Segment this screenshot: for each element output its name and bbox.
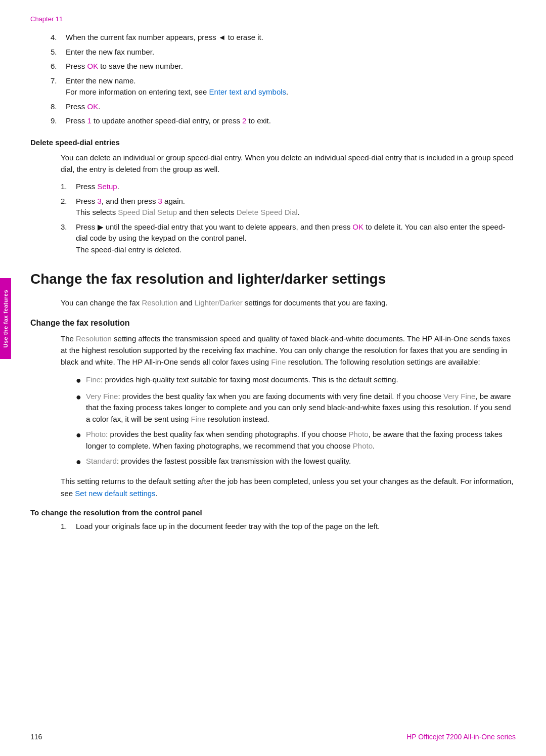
main-content: Chapter 11 4. When the current fax numbe… bbox=[30, 0, 516, 532]
bullet-dot-2: ● bbox=[76, 391, 86, 425]
control-panel-steps: 1. Load your originals face up in the do… bbox=[61, 521, 516, 532]
num3b-highlight: 3 bbox=[158, 197, 162, 205]
delete-num-2: 2. bbox=[61, 196, 76, 218]
fax-resolution-subheading: Change the fax resolution bbox=[30, 319, 516, 328]
resolution-gray-inline: Resolution bbox=[76, 334, 112, 343]
fine-bullet-text: Fine: provides high-quality text suitabl… bbox=[86, 374, 398, 387]
list-item-8: 8. Press OK. bbox=[51, 101, 516, 113]
list-content-4: When the current fax number appears, pre… bbox=[66, 32, 263, 43]
control-step-1: 1. Load your originals face up in the do… bbox=[61, 521, 516, 532]
list-num-9: 9. bbox=[51, 115, 66, 127]
delete-steps-list: 1. Press Setup. 2. Press 3, and then pre… bbox=[61, 181, 516, 255]
lighter-darker-gray: Lighter/Darker bbox=[195, 298, 243, 307]
delete-step-3: 3. Press ▶ until the speed-dial entry th… bbox=[61, 221, 516, 256]
footer-page-number: 116 bbox=[30, 733, 42, 741]
delete-step-2: 2. Press 3, and then press 3 again. This… bbox=[61, 196, 516, 218]
list-item-7: 7. Enter the new name. For more informat… bbox=[51, 75, 516, 98]
list-num-4: 4. bbox=[51, 32, 66, 43]
list-item-5: 5. Enter the new fax number. bbox=[51, 47, 516, 58]
major-heading: Change the fax resolution and lighter/da… bbox=[30, 271, 516, 288]
num3a-highlight: 3 bbox=[98, 197, 102, 205]
delete-body-text: You can delete an individual or group sp… bbox=[61, 152, 516, 175]
chapter-label: Chapter 11 bbox=[30, 15, 516, 23]
list-content-6: Press OK to save the new number. bbox=[66, 61, 183, 72]
top-numbered-list: 4. When the current fax number appears, … bbox=[51, 32, 516, 127]
side-tab-text: Use the fax features bbox=[3, 290, 9, 348]
resolution-label-gray: Resolution bbox=[142, 298, 177, 307]
list-num-7: 7. bbox=[51, 75, 66, 98]
very-fine-inline: Very Fine bbox=[443, 392, 475, 401]
resolution-bullet-list: ● Fine: provides high-quality text suita… bbox=[76, 374, 516, 469]
delete-content-3: Press ▶ until the speed-dial entry that … bbox=[76, 221, 516, 256]
photo-bullet-text: Photo: provides the best quality fax whe… bbox=[86, 429, 516, 452]
delete-content-2: Press 3, and then press 3 again. This se… bbox=[76, 196, 300, 218]
page-container: Use the fax features Chapter 11 4. When … bbox=[0, 0, 546, 756]
set-new-default-link[interactable]: Set new default settings bbox=[75, 489, 155, 498]
bullet-standard: ● Standard: provides the fastest possibl… bbox=[76, 456, 516, 468]
enter-text-link[interactable]: Enter text and symbols bbox=[209, 87, 286, 96]
delete-section-body: You can delete an individual or group sp… bbox=[61, 152, 516, 256]
num2-highlight: 2 bbox=[242, 116, 246, 125]
control-num-1: 1. bbox=[61, 521, 76, 532]
control-panel-heading: To change the resolution from the contro… bbox=[30, 508, 516, 517]
delete-step-1: 1. Press Setup. bbox=[61, 181, 516, 193]
resolution-body-text: The Resolution setting affects the trans… bbox=[61, 333, 516, 368]
bullet-very-fine: ● Very Fine: provides the best quality f… bbox=[76, 391, 516, 425]
num1-highlight: 1 bbox=[87, 116, 92, 125]
bullet-dot-1: ● bbox=[76, 374, 86, 387]
side-tab: Use the fax features bbox=[0, 278, 11, 359]
list-content-9: Press 1 to update another speed-dial ent… bbox=[66, 115, 271, 127]
delete-content-1: Press Setup. bbox=[76, 181, 119, 193]
list-content-8: Press OK. bbox=[66, 101, 100, 113]
fine-gray-inline: Fine bbox=[271, 358, 286, 366]
photo-inline: Photo bbox=[349, 430, 369, 438]
photo-term: Photo bbox=[86, 430, 106, 438]
setup-highlight: Setup bbox=[98, 182, 117, 191]
bullet-dot-3: ● bbox=[76, 429, 86, 452]
list-item-4: 4. When the current fax number appears, … bbox=[51, 32, 516, 43]
list-content-5: Enter the new fax number. bbox=[66, 47, 154, 58]
fine-term: Fine bbox=[86, 375, 101, 384]
control-panel-list: 1. Load your originals face up in the do… bbox=[61, 521, 516, 532]
list-num-5: 5. bbox=[51, 47, 66, 58]
list-item-6: 6. Press OK to save the new number. bbox=[51, 61, 516, 72]
delete-speed-dial-gray: Delete Speed Dial bbox=[237, 208, 298, 216]
ok-highlight-8: OK bbox=[87, 102, 99, 111]
standard-term: Standard bbox=[86, 457, 117, 465]
control-content-1: Load your originals face up in the docum… bbox=[76, 521, 380, 532]
resolution-footer-text: This setting returns to the default sett… bbox=[61, 475, 516, 499]
bullet-dot-4: ● bbox=[76, 456, 86, 468]
bullet-photo: ● Photo: provides the best quality fax w… bbox=[76, 429, 516, 452]
bullet-fine: ● Fine: provides high-quality text suita… bbox=[76, 374, 516, 387]
speed-dial-setup-gray: Speed Dial Setup bbox=[118, 208, 177, 216]
footer-product-name: HP Officejet 7200 All-in-One series bbox=[406, 733, 516, 741]
main-intro-text: You can change the fax Resolution and Li… bbox=[61, 297, 516, 308]
list-num-6: 6. bbox=[51, 61, 66, 72]
standard-bullet-text: Standard: provides the fastest possible … bbox=[86, 456, 351, 468]
ok-highlight-del: OK bbox=[352, 223, 363, 231]
delete-section-heading: Delete speed-dial entries bbox=[30, 138, 516, 147]
list-item-9: 9. Press 1 to update another speed-dial … bbox=[51, 115, 516, 127]
delete-num-3: 3. bbox=[61, 221, 76, 256]
very-fine-term: Very Fine bbox=[86, 392, 118, 401]
page-footer: 116 HP Officejet 7200 All-in-One series bbox=[30, 733, 516, 741]
list-content-7: Enter the new name. For more information… bbox=[66, 75, 288, 98]
list-num-8: 8. bbox=[51, 101, 66, 113]
ok-highlight-6: OK bbox=[87, 62, 99, 70]
photo-rec: Photo bbox=[353, 441, 373, 450]
very-fine-bullet-text: Very Fine: provides the best quality fax… bbox=[86, 391, 516, 425]
delete-num-1: 1. bbox=[61, 181, 76, 193]
fine-inline2: Fine bbox=[191, 415, 206, 423]
resolution-body-block: The Resolution setting affects the trans… bbox=[61, 333, 516, 499]
main-section-intro-block: You can change the fax Resolution and Li… bbox=[61, 297, 516, 308]
